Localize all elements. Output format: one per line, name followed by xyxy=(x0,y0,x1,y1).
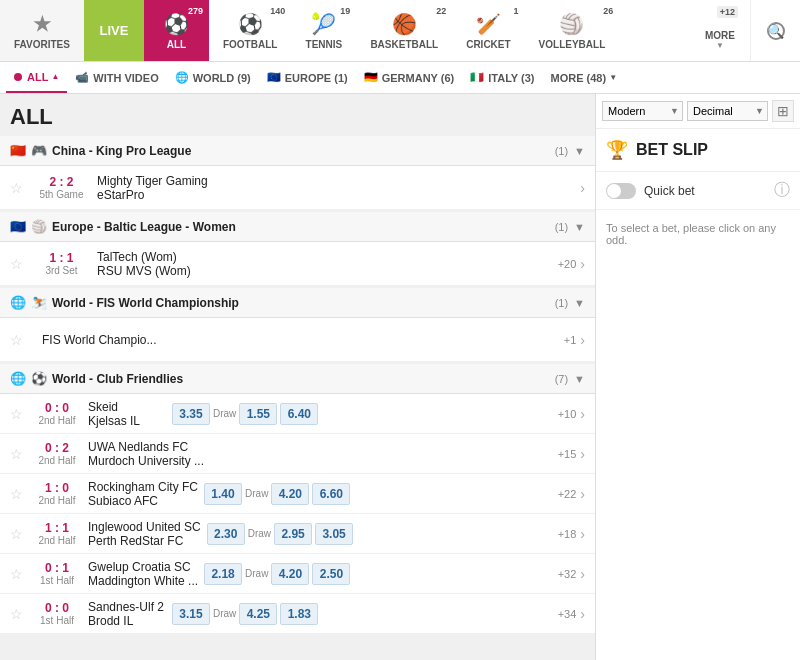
match-more: +1 xyxy=(564,334,577,346)
league-china-name: China - King Pro League xyxy=(52,144,555,158)
draw-odd-btn[interactable]: 2.95 xyxy=(274,523,312,545)
sub-nav-more[interactable]: MORE (48) ▼ xyxy=(543,62,626,93)
nav-all[interactable]: 279 ⚽ ALL xyxy=(144,0,209,61)
match-arrow[interactable]: › xyxy=(580,566,585,582)
away-team: Kjelsas IL xyxy=(88,414,166,428)
favorite-star[interactable]: ☆ xyxy=(10,446,26,462)
nav-football[interactable]: 140 ⚽ FOOTBALL xyxy=(209,0,291,61)
draw-label: Draw xyxy=(248,528,271,539)
match-score: 0 : 2 xyxy=(32,441,82,455)
home-odd-btn[interactable]: 3.15 xyxy=(172,603,210,625)
favorite-star[interactable]: ☆ xyxy=(10,406,26,422)
match-arrow[interactable]: › xyxy=(580,256,585,272)
nav-football-label: FOOTBALL xyxy=(223,39,277,50)
match-period: 1st Half xyxy=(32,615,82,626)
collapse-icon: ▲ xyxy=(51,72,59,81)
nav-cricket-label: CRICKET xyxy=(466,39,510,50)
sub-nav-all[interactable]: ALL ▲ xyxy=(6,62,67,93)
sub-nav-europe[interactable]: 🇪🇺 EUROPE (1) xyxy=(259,62,356,93)
match-more: +32 xyxy=(558,568,577,580)
draw-odd-btn[interactable]: 1.55 xyxy=(239,403,277,425)
nav-tennis-count: 19 xyxy=(340,6,350,16)
nav-basketball[interactable]: 22 🏀 BASKETBALL xyxy=(356,0,452,61)
odds-select[interactable]: Decimal xyxy=(687,101,768,121)
draw-odd-btn[interactable]: 4.20 xyxy=(271,483,309,505)
league-header-europe-baltic[interactable]: 🇪🇺 🏐 Europe - Baltic League - Women (1) … xyxy=(0,212,595,242)
sub-nav-europe-label: EUROPE (1) xyxy=(285,72,348,84)
match-more: +34 xyxy=(558,608,577,620)
league-header-club-friendlies[interactable]: 🌐 ⚽ World - Club Friendlies (7) ▼ xyxy=(0,364,595,394)
draw-label: Draw xyxy=(245,488,268,499)
draw-odd-btn[interactable]: 4.20 xyxy=(271,563,309,585)
sub-nav-world[interactable]: 🌐 WORLD (9) xyxy=(167,62,259,93)
favorite-star[interactable]: ☆ xyxy=(10,486,26,502)
favorite-star[interactable]: ☆ xyxy=(10,180,26,196)
favorite-star[interactable]: ☆ xyxy=(10,332,26,348)
away-team: Brodd IL xyxy=(88,614,166,628)
nav-favorites[interactable]: ★ FAVORITES xyxy=(0,0,84,61)
league-china-count: (1) xyxy=(555,145,568,157)
away-odd-btn[interactable]: 2.50 xyxy=(312,563,350,585)
league-section-europe-baltic: 🇪🇺 🏐 Europe - Baltic League - Women (1) … xyxy=(0,212,595,286)
match-row: ☆ FIS World Champio... +1 › xyxy=(0,318,595,362)
match-period: 2nd Half xyxy=(32,455,82,466)
match-row: ☆ 1 : 1 2nd Half Inglewood United SC Per… xyxy=(0,514,595,554)
search-button[interactable]: 🔍 xyxy=(750,0,800,61)
sub-nav-germany[interactable]: 🇩🇪 GERMANY (6) xyxy=(356,62,463,93)
home-odd-btn[interactable]: 3.35 xyxy=(172,403,210,425)
home-odd-btn[interactable]: 2.18 xyxy=(204,563,242,585)
it-flag-icon: 🇮🇹 xyxy=(470,71,484,84)
nav-volleyball[interactable]: 26 🏐 VOLLEYBALL xyxy=(525,0,620,61)
match-arrow[interactable]: › xyxy=(580,606,585,622)
quick-bet-toggle[interactable] xyxy=(606,183,636,199)
nav-all-label: ALL xyxy=(167,39,186,50)
nav-tennis[interactable]: 19 🎾 TENNIS xyxy=(291,0,356,61)
favorite-star[interactable]: ☆ xyxy=(10,606,26,622)
favorite-star[interactable]: ☆ xyxy=(10,526,26,542)
settings-icon[interactable]: ⊞ xyxy=(772,100,794,122)
globe-icon: 🌐 xyxy=(175,71,189,84)
match-arrow[interactable]: › xyxy=(580,180,585,196)
league-club-friendlies-name: World - Club Friendlies xyxy=(52,372,555,386)
nav-live[interactable]: LIVE xyxy=(84,0,144,61)
world-flag-icon: 🌐 xyxy=(10,371,26,386)
match-arrow[interactable]: › xyxy=(580,406,585,422)
quick-bet-row: Quick bet ⓘ xyxy=(596,172,800,210)
info-icon[interactable]: ⓘ xyxy=(774,180,790,201)
home-odd-btn[interactable]: 1.40 xyxy=(204,483,242,505)
match-time-score: 1 : 0 2nd Half xyxy=(32,481,82,506)
league-header-fis[interactable]: 🌐 ⛷️ World - FIS World Championship (1) … xyxy=(0,288,595,318)
favorite-star[interactable]: ☆ xyxy=(10,256,26,272)
away-odd-btn[interactable]: 6.40 xyxy=(280,403,318,425)
match-more: +18 xyxy=(558,528,577,540)
world-flag-icon: 🌐 xyxy=(10,295,26,310)
match-arrow[interactable]: › xyxy=(580,332,585,348)
match-period: 2nd Half xyxy=(32,535,82,546)
match-arrow[interactable]: › xyxy=(580,486,585,502)
sub-nav-world-label: WORLD (9) xyxy=(193,72,251,84)
sub-nav-with-video[interactable]: 📹 WITH VIDEO xyxy=(67,62,166,93)
away-odd-btn[interactable]: 3.05 xyxy=(315,523,353,545)
favorite-star[interactable]: ☆ xyxy=(10,566,26,582)
home-odd-btn[interactable]: 2.30 xyxy=(207,523,245,545)
home-team: Inglewood United SC xyxy=(88,520,201,534)
chevron-down-icon: ▼ xyxy=(574,221,585,233)
nav-cricket[interactable]: 1 🏏 CRICKET xyxy=(452,0,524,61)
match-arrow[interactable]: › xyxy=(580,446,585,462)
away-odd-btn[interactable]: 6.60 xyxy=(312,483,350,505)
match-arrow[interactable]: › xyxy=(580,526,585,542)
match-period: 1st Half xyxy=(32,575,82,586)
draw-odd-btn[interactable]: 4.25 xyxy=(239,603,277,625)
sub-nav-italy[interactable]: 🇮🇹 ITALY (3) xyxy=(462,62,542,93)
nav-more[interactable]: +12 MORE ▼ xyxy=(690,0,750,61)
nav-basketball-label: BASKETBALL xyxy=(370,39,438,50)
home-team: UWA Nedlands FC xyxy=(88,440,548,454)
match-row: ☆ 0 : 1 1st Half Gwelup Croatia SC Maddi… xyxy=(0,554,595,594)
match-score: 0 : 0 xyxy=(32,601,82,615)
away-odd-btn[interactable]: 1.83 xyxy=(280,603,318,625)
match-teams: TalTech (Wom) RSU MVS (Wom) xyxy=(89,250,558,278)
view-select[interactable]: Modern xyxy=(602,101,683,121)
chevron-down-icon: ▼ xyxy=(574,297,585,309)
nav-cricket-count: 1 xyxy=(514,6,519,16)
league-header-china[interactable]: 🇨🇳 🎮 China - King Pro League (1) ▼ xyxy=(0,136,595,166)
